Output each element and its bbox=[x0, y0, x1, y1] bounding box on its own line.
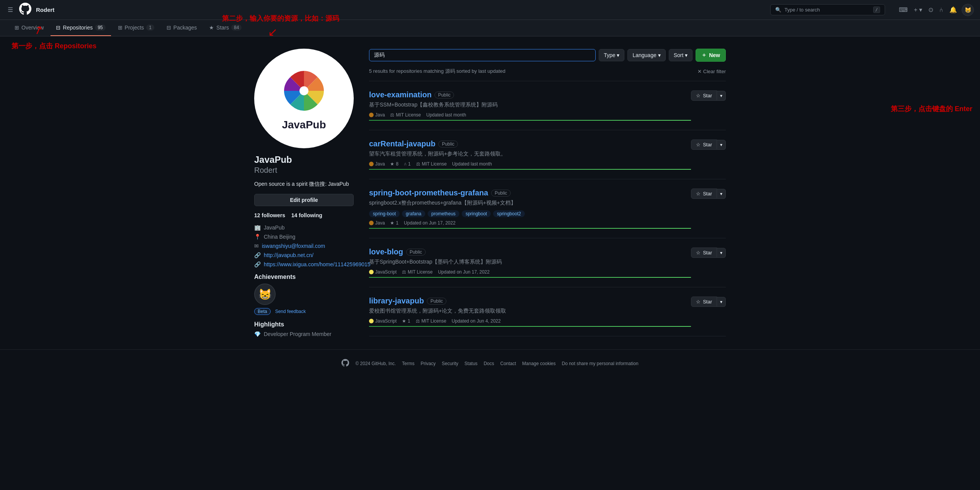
pr-button[interactable]: ⑃ bbox=[938, 5, 945, 15]
license-label: MIT License bbox=[396, 112, 421, 118]
repo-visibility: Public bbox=[491, 190, 511, 197]
results-text: 5 results for repositories matching 源码 s… bbox=[369, 68, 505, 75]
footer-security[interactable]: Security bbox=[442, 361, 458, 366]
new-repo-icon: ＋ bbox=[701, 52, 707, 59]
tab-packages[interactable]: ⊟ Packages bbox=[161, 20, 202, 36]
avatar-edit-button[interactable]: ✏ bbox=[335, 134, 346, 145]
repo-name-row: spring-boot-prometheus-grafana Public bbox=[369, 188, 691, 197]
star-button[interactable]: ☆ Star bbox=[691, 139, 717, 150]
repo-activity-bar bbox=[369, 169, 691, 170]
repo-name-link[interactable]: carRental-javapub bbox=[369, 139, 435, 148]
star-dropdown[interactable]: ▾ bbox=[717, 140, 726, 150]
inbox-button[interactable]: 🔔 bbox=[948, 5, 959, 15]
star-button[interactable]: ☆ Star bbox=[691, 247, 717, 258]
repo-tag[interactable]: spring-boot bbox=[369, 210, 400, 217]
new-menu-button[interactable]: + ▾ bbox=[912, 5, 924, 15]
header-search[interactable]: 🔍 Type / to search / bbox=[770, 4, 885, 15]
star-group: ☆ Star ▾ bbox=[691, 90, 726, 101]
footer-privacy-settings[interactable]: Do not share my personal information bbox=[562, 361, 638, 366]
repo-name-link[interactable]: love-examination bbox=[369, 90, 431, 99]
meta-email: ✉ iswangshiyu@foxmail.com bbox=[254, 243, 354, 249]
repo-tag[interactable]: grafana bbox=[402, 210, 425, 217]
social-link[interactable]: https://www.ixigua.com/home/111425969015 bbox=[264, 261, 371, 267]
repo-license: ⚖ MIT License bbox=[416, 318, 446, 324]
repo-item: carRental-javapub Public 望车汽车租赁管理系统，附源码+… bbox=[369, 130, 726, 179]
star-icon: ☆ bbox=[696, 142, 701, 147]
location-icon: 📍 bbox=[254, 234, 261, 240]
repo-search-input[interactable] bbox=[369, 49, 596, 61]
language-filter-button[interactable]: Language ▾ bbox=[627, 49, 665, 61]
send-feedback-link[interactable]: Send feedback bbox=[275, 309, 306, 314]
user-avatar[interactable]: 😸 bbox=[962, 4, 974, 16]
forks-count: 1 bbox=[408, 161, 411, 167]
email-link[interactable]: iswangshiyu@foxmail.com bbox=[262, 243, 325, 249]
new-repo-button[interactable]: ＋ New bbox=[696, 49, 726, 62]
repo-tag[interactable]: springboot bbox=[462, 210, 491, 217]
svg-point-1 bbox=[299, 86, 308, 95]
search-box[interactable]: 🔍 Type / to search / bbox=[770, 4, 885, 15]
annotation-step3: 第三步，点击键盘的 Enter bbox=[891, 104, 972, 113]
sort-button[interactable]: Sort ▾ bbox=[669, 49, 693, 61]
language-dot bbox=[369, 113, 374, 117]
hamburger-button[interactable]: ☰ bbox=[6, 5, 15, 15]
star-button[interactable]: ☆ Star bbox=[691, 188, 717, 199]
star-label: Star bbox=[703, 191, 712, 197]
star-button[interactable]: ☆ Star bbox=[691, 297, 717, 307]
language-label: Java bbox=[375, 161, 385, 167]
profile-bio: Open source is a spirit 微信搜: JavaPub bbox=[254, 181, 354, 188]
repo-language: Java bbox=[369, 220, 385, 226]
social-icon: 🔗 bbox=[254, 261, 261, 267]
repo-language: JavaScript bbox=[369, 318, 397, 324]
repo-name-link[interactable]: spring-boot-prometheus-grafana bbox=[369, 188, 488, 197]
repo-activity-bar bbox=[369, 120, 691, 121]
tab-repositories[interactable]: ⊟ Repositories 95 bbox=[51, 20, 111, 36]
edit-profile-button[interactable]: Edit profile bbox=[254, 194, 354, 206]
results-info: 5 results for repositories matching 源码 s… bbox=[369, 68, 726, 75]
star-label: Star bbox=[703, 299, 712, 305]
tab-projects[interactable]: ⊞ Projects 1 bbox=[113, 20, 160, 36]
tab-projects-label: Projects bbox=[125, 25, 144, 31]
license-icon: ⚖ bbox=[402, 269, 406, 275]
repo-name-link[interactable]: love-blog bbox=[369, 247, 403, 256]
search-slash: / bbox=[873, 7, 880, 13]
repo-stars: ★ 1 bbox=[390, 220, 399, 226]
packages-icon: ⊟ bbox=[167, 25, 171, 31]
star-icon: ☆ bbox=[696, 93, 701, 98]
star-button[interactable]: ☆ Star bbox=[691, 90, 717, 101]
terminal-button[interactable]: ⌨ bbox=[897, 5, 909, 15]
footer-contact[interactable]: Contact bbox=[500, 361, 516, 366]
star-dropdown[interactable]: ▾ bbox=[717, 189, 726, 199]
star-dropdown[interactable]: ▾ bbox=[717, 91, 726, 101]
footer-terms[interactable]: Terms bbox=[402, 361, 415, 366]
repo-name-row: carRental-javapub Public bbox=[369, 139, 691, 148]
repo-tag[interactable]: springboot2 bbox=[493, 210, 525, 217]
highlights-title: Highlights bbox=[254, 321, 354, 328]
website-link[interactable]: http://javapub.net.cn/ bbox=[264, 252, 314, 258]
header: ☰ Rodert 🔍 Type / to search / ⌨ + ▾ ⊙ ⑃ … bbox=[0, 0, 980, 20]
footer-privacy[interactable]: Privacy bbox=[421, 361, 436, 366]
star-dropdown[interactable]: ▾ bbox=[717, 248, 726, 258]
star-group: ☆ Star ▾ bbox=[691, 247, 726, 258]
search-placeholder: Type / to search bbox=[784, 7, 820, 13]
footer-status[interactable]: Status bbox=[464, 361, 477, 366]
issues-button[interactable]: ⊙ bbox=[927, 5, 935, 15]
footer-manage-cookies[interactable]: Manage cookies bbox=[522, 361, 555, 366]
type-filter-button[interactable]: Type ▾ bbox=[599, 49, 624, 61]
repo-name-row: library-javapub Public bbox=[369, 297, 691, 305]
star-group: ☆ Star ▾ bbox=[691, 297, 726, 307]
repo-name-link[interactable]: library-javapub bbox=[369, 297, 424, 305]
achievements-title: Achievements bbox=[254, 274, 354, 280]
tab-stars[interactable]: ★ Stars 84 bbox=[204, 20, 247, 36]
repo-visibility: Public bbox=[434, 92, 454, 98]
language-dot bbox=[369, 221, 374, 225]
clear-filter-button[interactable]: ✕ Clear filter bbox=[697, 69, 726, 74]
star-dropdown[interactable]: ▾ bbox=[717, 297, 726, 307]
repo-tag[interactable]: prometheus bbox=[428, 210, 459, 217]
repositories-icon: ⊟ bbox=[56, 25, 60, 31]
highlight-icon: 💎 bbox=[254, 331, 261, 337]
footer-docs[interactable]: Docs bbox=[483, 361, 494, 366]
achievement-avatar: 😸 bbox=[254, 284, 276, 305]
org-icon: 🏢 bbox=[254, 225, 261, 231]
repo-info: love-examination Public 基于SSM+Bootstrap【… bbox=[369, 90, 691, 121]
tab-overview[interactable]: ⊞ Overview bbox=[9, 20, 49, 36]
